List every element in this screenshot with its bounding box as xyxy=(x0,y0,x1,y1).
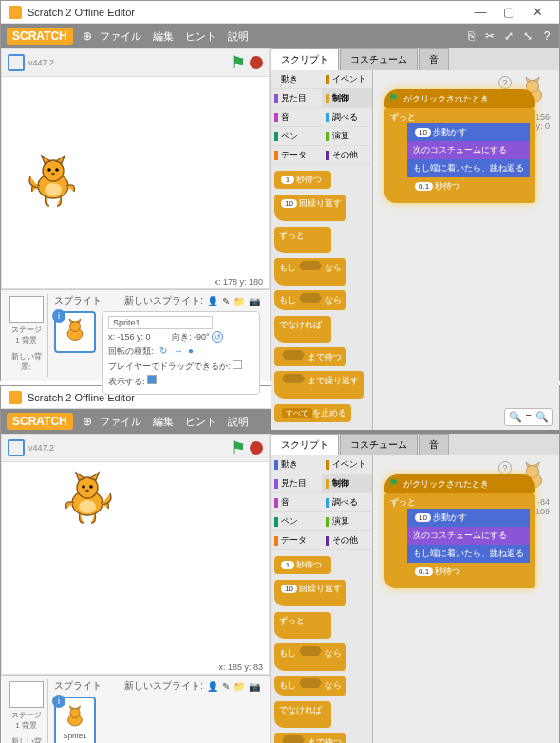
stage[interactable]: v447.2 ⚑ x: 178 y: 180 xyxy=(1,48,270,289)
block-wait-used[interactable]: 0.1秒待つ xyxy=(407,177,530,195)
shrink-icon[interactable]: ⤡ xyxy=(521,29,534,43)
stage[interactable]: v447.2 ⚑ x: 185 y: 83 xyxy=(1,434,270,675)
block-forever-used[interactable]: ずっと 10歩動かす 次のコスチュームにする もし端に着いたら、跳ね返る 0.1… xyxy=(384,108,535,203)
minimize-button[interactable]: — xyxy=(466,5,495,19)
zoom-in-button[interactable]: 🔍 xyxy=(535,411,549,423)
block-stop[interactable]: すべてを止める xyxy=(274,404,351,422)
show-checkbox[interactable] xyxy=(147,375,157,384)
cat-sound[interactable]: 音 xyxy=(271,108,322,127)
script-stack[interactable]: ⚑がクリックされたとき ずっと 10歩動かす 次のコスチュームにする もし端に着… xyxy=(384,474,535,588)
rotation-none-icon[interactable]: ● xyxy=(188,345,199,357)
tab-scripts[interactable]: スクリプト xyxy=(271,434,339,455)
direction-value[interactable]: -90° xyxy=(194,332,210,342)
cat-motion[interactable]: 動き xyxy=(271,70,322,89)
zoom-reset-button[interactable]: = xyxy=(526,411,532,423)
script-canvas[interactable]: ? x: -156y: 0 ⚑がクリックされたとき ずっと 10歩動かす xyxy=(373,70,559,430)
script-canvas[interactable]: ? x: -84y: 109 ⚑がクリックされたとき ずっと 10歩動かす xyxy=(373,455,559,743)
block-next-costume-used[interactable]: 次のコスチュームにする xyxy=(407,141,530,159)
canvas-help-icon[interactable]: ? xyxy=(498,76,512,89)
menu-help[interactable]: 説明 xyxy=(228,415,249,429)
new-sprite-camera-icon[interactable]: 📷 xyxy=(249,681,260,692)
block-if[interactable]: もしなら xyxy=(274,258,346,286)
new-sprite-brush-icon[interactable]: ✎ xyxy=(222,296,230,306)
cat-events[interactable]: イベント xyxy=(322,455,373,474)
menu-edit[interactable]: 編集 xyxy=(153,29,174,44)
block-forever[interactable]: ずっと xyxy=(274,227,331,253)
cat-control[interactable]: 制御 xyxy=(322,474,373,493)
block-else[interactable]: でなければ xyxy=(274,316,331,343)
block-wait-until[interactable]: まで待つ xyxy=(274,733,346,743)
new-sprite-brush-icon[interactable]: ✎ xyxy=(222,681,230,692)
block-repeat[interactable]: 10回繰り返す xyxy=(274,580,346,606)
help-icon[interactable]: ? xyxy=(540,29,553,43)
menu-help[interactable]: 説明 xyxy=(228,29,249,44)
direction-dial[interactable]: ↺ xyxy=(212,331,223,343)
stage-thumbnail[interactable] xyxy=(9,681,44,708)
cat-data[interactable]: データ xyxy=(271,146,322,165)
cat-looks[interactable]: 見た目 xyxy=(271,89,322,108)
cat-pen[interactable]: ペン xyxy=(271,512,322,531)
cat-pen[interactable]: ペン xyxy=(271,127,322,146)
menu-edit[interactable]: 編集 xyxy=(153,415,174,429)
block-bounce-used[interactable]: もし端に着いたら、跳ね返る xyxy=(407,159,530,177)
block-wait[interactable]: 1秒待つ xyxy=(274,171,331,189)
new-sprite-user-icon[interactable]: 👤 xyxy=(207,296,218,306)
zoom-out-button[interactable]: 🔍 xyxy=(509,411,522,423)
tab-scripts[interactable]: スクリプト xyxy=(271,48,339,70)
block-else[interactable]: でなければ xyxy=(274,701,331,728)
stage-thumbnail[interactable] xyxy=(9,296,44,323)
sprite-name-input[interactable]: Sprite1 xyxy=(108,316,213,329)
new-sprite-user-icon[interactable]: 👤 xyxy=(207,681,218,692)
rotation-lr-icon[interactable]: ↔ xyxy=(174,345,185,357)
fullscreen-button[interactable] xyxy=(8,54,25,71)
rotation-full-icon[interactable]: ↻ xyxy=(159,345,171,357)
new-sprite-camera-icon[interactable]: 📷 xyxy=(249,296,260,306)
block-wait-until[interactable]: まで待つ xyxy=(274,347,346,366)
stop-button[interactable] xyxy=(250,441,263,455)
block-if-else[interactable]: もしなら xyxy=(274,676,346,696)
block-hat-flag[interactable]: ⚑がクリックされたとき xyxy=(384,89,535,108)
menu-hint[interactable]: ヒント xyxy=(185,29,216,44)
fullscreen-button[interactable] xyxy=(8,439,25,456)
green-flag-button[interactable]: ⚑ xyxy=(231,437,246,458)
new-sprite-folder-icon[interactable]: 📁 xyxy=(233,296,245,306)
block-repeat-until[interactable]: まで繰り返す xyxy=(274,371,364,399)
green-flag-button[interactable]: ⚑ xyxy=(231,52,246,73)
block-wait[interactable]: 1秒待つ xyxy=(274,556,331,574)
stamp-icon[interactable]: ⎘ xyxy=(464,29,477,43)
stop-button[interactable] xyxy=(250,56,263,69)
block-bounce-used[interactable]: もし端に着いたら、跳ね返る xyxy=(407,545,530,563)
cut-icon[interactable]: ✂ xyxy=(483,29,496,43)
block-wait-used[interactable]: 0.1秒待つ xyxy=(407,563,530,581)
tab-costumes[interactable]: コスチューム xyxy=(340,48,418,70)
cat-more[interactable]: その他 xyxy=(322,531,373,550)
menu-hint[interactable]: ヒント xyxy=(185,415,216,429)
cat-events[interactable]: イベント xyxy=(322,70,373,89)
block-move-used[interactable]: 10歩動かす xyxy=(407,509,530,527)
cat-looks[interactable]: 見た目 xyxy=(271,474,322,493)
sprite-thumbnail[interactable]: i Sprite1 xyxy=(54,697,96,743)
menu-file[interactable]: ファイル xyxy=(100,415,141,429)
block-if-else[interactable]: もしなら xyxy=(274,290,346,310)
block-forever[interactable]: ずっと xyxy=(274,612,331,639)
block-repeat[interactable]: 10回繰り返す xyxy=(274,195,346,221)
grow-icon[interactable]: ⤢ xyxy=(502,29,515,43)
block-forever-used[interactable]: ずっと 10歩動かす 次のコスチュームにする もし端に着いたら、跳ね返る 0.1… xyxy=(384,493,535,588)
draggable-checkbox[interactable] xyxy=(233,360,242,369)
globe-icon[interactable]: ⊕ xyxy=(81,415,94,428)
sprite-info-toggle[interactable]: i xyxy=(52,309,65,323)
block-next-costume-used[interactable]: 次のコスチュームにする xyxy=(407,527,530,545)
cat-motion[interactable]: 動き xyxy=(271,455,322,474)
new-sprite-folder-icon[interactable]: 📁 xyxy=(233,681,245,692)
sprite-on-stage[interactable] xyxy=(25,154,82,211)
sprite-thumbnail[interactable]: i xyxy=(54,311,96,353)
script-stack[interactable]: ⚑がクリックされたとき ずっと 10歩動かす 次のコスチュームにする もし端に着… xyxy=(384,89,535,203)
cat-control[interactable]: 制御 xyxy=(322,89,373,108)
block-hat-flag[interactable]: ⚑がクリックされたとき xyxy=(384,474,535,493)
block-if[interactable]: もしなら xyxy=(274,643,346,671)
cat-sensing[interactable]: 調べる xyxy=(322,493,373,512)
tab-sounds[interactable]: 音 xyxy=(419,48,449,70)
menu-file[interactable]: ファイル xyxy=(100,29,141,44)
cat-data[interactable]: データ xyxy=(271,531,322,550)
sprite-on-stage[interactable] xyxy=(59,471,116,528)
